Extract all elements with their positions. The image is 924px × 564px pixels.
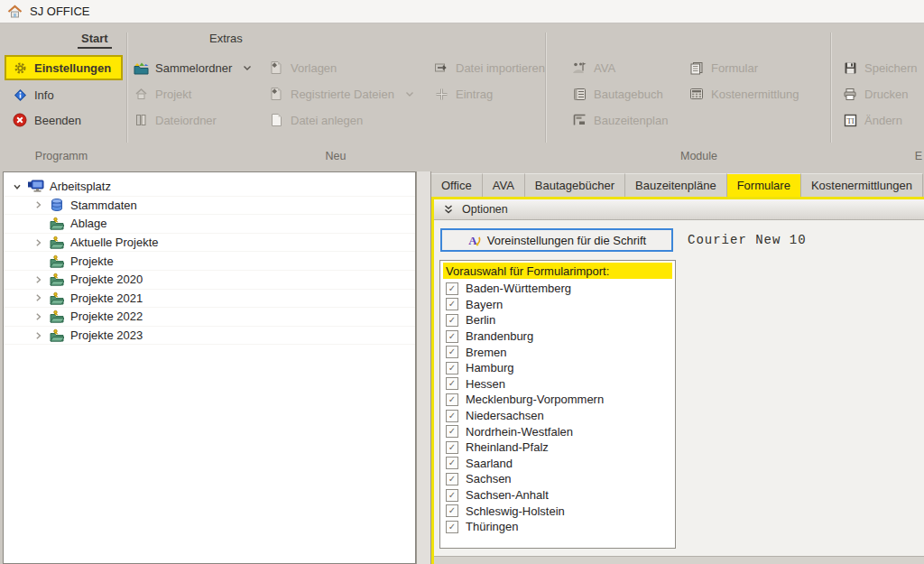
ava-button[interactable]: AVA xyxy=(571,58,615,78)
ribbon-tab-start[interactable]: Start xyxy=(78,30,112,49)
tree-item-label: Projekte 2020 xyxy=(70,273,143,286)
state-row-berlin[interactable]: ✓Berlin xyxy=(443,312,672,328)
ribbon-tab-extras[interactable]: Extras xyxy=(206,30,246,47)
formular-button[interactable]: Formular xyxy=(688,58,758,78)
drucken-button[interactable]: Drucken xyxy=(842,84,908,104)
kostenermittlung-label: Kostenermittlung xyxy=(711,88,799,101)
checkbox-checked[interactable]: ✓ xyxy=(446,330,458,343)
vorlagen-button[interactable]: Vorlagen xyxy=(268,58,337,78)
checkbox-checked[interactable]: ✓ xyxy=(446,489,458,502)
tab-formulare[interactable]: Formulare xyxy=(727,173,801,197)
tree-item-projekte-2020[interactable]: Projekte 2020 xyxy=(4,271,415,290)
state-row-rheinland-pfalz[interactable]: ✓Rheinland-Pfalz xyxy=(443,439,672,456)
tab-office[interactable]: Office xyxy=(431,173,483,197)
state-label: Sachsen-Anhalt xyxy=(466,488,549,502)
checkbox-checked[interactable]: ✓ xyxy=(446,282,458,295)
tree-item-ablage[interactable]: Ablage xyxy=(4,215,415,234)
state-row-hamburg[interactable]: ✓Hamburg xyxy=(443,360,672,376)
checkbox-checked[interactable]: ✓ xyxy=(446,473,458,485)
state-row-sachsen-anhalt[interactable]: ✓Sachsen-Anhalt xyxy=(443,487,672,504)
panel-splitter[interactable] xyxy=(416,171,431,564)
font-settings-button[interactable]: A Voreinstellungen für die Schrift xyxy=(440,228,673,252)
bauzeitenplan-button[interactable]: Bauzeitenplan xyxy=(571,110,668,130)
collapse-chevrons-icon[interactable] xyxy=(443,204,454,215)
state-row-mecklenburg-vorpommern[interactable]: ✓Mecklenburg-Vorpommern xyxy=(443,392,672,408)
vorlagen-label: Vorlagen xyxy=(291,61,337,75)
sammelordner-label: Sammelordner xyxy=(155,61,232,75)
tree-item-projekte[interactable]: Projekte xyxy=(4,252,415,271)
states-listbox: Vorauswahl für Formularimport: ✓Baden-Wü… xyxy=(439,260,676,549)
expander-down-icon[interactable] xyxy=(12,182,23,191)
eintrag-button[interactable]: Eintrag xyxy=(433,84,493,104)
state-row-thueringen[interactable]: ✓Thüringen xyxy=(443,519,672,535)
tab-bauzeitenplaene[interactable]: Bauzeitenpläne xyxy=(625,173,727,197)
projekt-button[interactable]: Projekt xyxy=(133,84,191,104)
options-header-bar[interactable]: Optionen xyxy=(434,199,924,220)
kostenermittlung-button[interactable]: Kostenermittlung xyxy=(688,84,799,104)
tree-item-aktuelle-projekte[interactable]: Aktuelle Projekte xyxy=(4,234,415,253)
state-row-baden-wuerttemberg[interactable]: ✓Baden-Württemberg xyxy=(443,281,672,297)
checkbox-checked[interactable]: ✓ xyxy=(446,410,458,422)
state-row-bremen[interactable]: ✓Bremen xyxy=(443,344,672,360)
state-label: Hamburg xyxy=(466,361,513,374)
state-label: Rheinland-Pfalz xyxy=(466,440,549,454)
expander-right-icon[interactable] xyxy=(32,275,43,284)
group-label-module: Module xyxy=(661,150,737,162)
state-row-bayern[interactable]: ✓Bayern xyxy=(443,297,672,313)
checkbox-checked[interactable]: ✓ xyxy=(446,298,458,310)
checkbox-checked[interactable]: ✓ xyxy=(446,457,458,469)
chevron-down-icon[interactable] xyxy=(405,90,414,98)
datei-anlegen-button[interactable]: Datei anlegen xyxy=(268,110,363,130)
tree-item-arbeitsplatz[interactable]: Arbeitsplatz xyxy=(4,178,415,197)
registrierte-dateien-button[interactable]: Registrierte Dateien xyxy=(268,84,414,104)
expander-right-icon[interactable] xyxy=(32,331,43,340)
state-row-schleswig-holstein[interactable]: ✓Schleswig-Holstein xyxy=(443,503,672,519)
checkbox-checked[interactable]: ✓ xyxy=(446,362,458,374)
tab-bautagebuecher[interactable]: Bautagebücher xyxy=(525,173,625,197)
expander-right-icon[interactable] xyxy=(32,312,43,321)
tab-kostenermittlungen[interactable]: Kostenermittlungen xyxy=(801,173,923,197)
projekt-label: Projekt xyxy=(155,88,191,101)
expander-right-icon[interactable] xyxy=(32,238,43,247)
form-icon xyxy=(688,60,705,76)
group-label-programm: Programm xyxy=(23,150,99,162)
registrierte-dateien-label: Registrierte Dateien xyxy=(291,88,394,101)
beenden-button[interactable]: Beenden xyxy=(12,110,81,130)
bautagebuch-button[interactable]: Bautagebuch xyxy=(571,84,663,104)
state-row-hessen[interactable]: ✓Hessen xyxy=(443,376,672,393)
tree-item-stammdaten[interactable]: Stammdaten xyxy=(4,197,415,216)
tree-item-label: Projekte xyxy=(70,254,114,268)
expander-right-icon[interactable] xyxy=(32,293,43,302)
tree-item-projekte-2022[interactable]: Projekte 2022 xyxy=(4,308,415,327)
checkbox-checked[interactable]: ✓ xyxy=(446,393,458,406)
checkbox-checked[interactable]: ✓ xyxy=(446,425,458,438)
datei-importieren-button[interactable]: Datei importieren xyxy=(433,58,545,78)
checkbox-checked[interactable]: ✓ xyxy=(446,314,458,327)
checkbox-checked[interactable]: ✓ xyxy=(446,377,458,390)
info-button[interactable]: Info xyxy=(12,85,54,105)
chevron-down-icon[interactable] xyxy=(243,64,252,72)
einstellungen-button[interactable]: Einstellungen xyxy=(5,55,123,80)
tab-ava[interactable]: AVA xyxy=(483,173,525,197)
checkbox-checked[interactable]: ✓ xyxy=(446,346,458,358)
project-folder-icon xyxy=(48,310,65,323)
aendern-button[interactable]: TI Ändern xyxy=(842,110,902,130)
expander-right-icon[interactable] xyxy=(32,200,43,209)
speichern-button[interactable]: Speichern xyxy=(842,58,918,78)
state-row-sachsen[interactable]: ✓Sachsen xyxy=(443,471,672,487)
state-row-niedersachsen[interactable]: ✓Niedersachsen xyxy=(443,408,672,424)
tree-item-label: Projekte 2021 xyxy=(70,291,143,305)
dateiordner-button[interactable]: Dateiordner xyxy=(133,110,217,130)
tree-item-projekte-2023[interactable]: Projekte 2023 xyxy=(4,327,415,346)
checkbox-checked[interactable]: ✓ xyxy=(446,441,458,454)
tree-item-projekte-2021[interactable]: Projekte 2021 xyxy=(4,290,415,309)
registered-files-icon xyxy=(268,87,284,102)
state-row-saarland[interactable]: ✓Saarland xyxy=(443,456,672,472)
checkbox-checked[interactable]: ✓ xyxy=(446,521,458,533)
tree-item-label: Projekte 2022 xyxy=(70,310,143,323)
state-row-nordrhein-westfalen[interactable]: ✓Nordrhein-Westfalen xyxy=(443,423,672,439)
checkbox-checked[interactable]: ✓ xyxy=(446,504,458,517)
bauzeitenplan-label: Bauzeitenplan xyxy=(594,114,668,127)
sammelordner-button[interactable]: Sammelordner xyxy=(133,58,252,78)
state-row-brandenburg[interactable]: ✓Brandenburg xyxy=(443,328,672,345)
